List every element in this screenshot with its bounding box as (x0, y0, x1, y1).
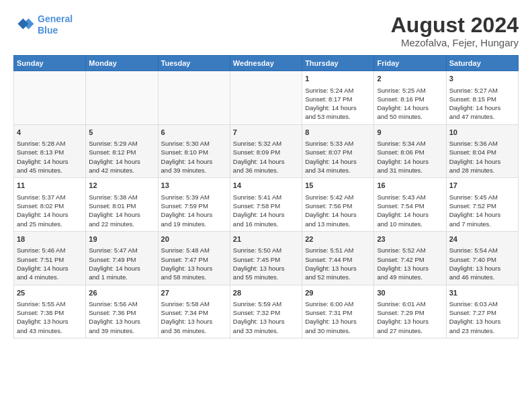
day-cell: 11Sunrise: 5:37 AMSunset: 8:02 PMDayligh… (14, 178, 86, 232)
day-cell: 6Sunrise: 5:30 AMSunset: 8:10 PMDaylight… (158, 124, 230, 178)
day-number: 5 (89, 128, 154, 138)
day-cell: 13Sunrise: 5:39 AMSunset: 7:59 PMDayligh… (158, 178, 230, 232)
day-info: Sunset: 7:59 PM (161, 201, 227, 210)
day-cell: 9Sunrise: 5:34 AMSunset: 8:06 PMDaylight… (374, 124, 446, 178)
day-cell: 21Sunrise: 5:50 AMSunset: 7:45 PMDayligh… (230, 231, 302, 285)
day-number: 11 (17, 181, 83, 191)
header: General Blue August 2024 Mezofalva, Feje… (13, 13, 519, 48)
day-info: Sunset: 8:07 PM (305, 148, 371, 156)
day-info: Sunrise: 5:29 AM (89, 139, 154, 148)
day-info: Sunrise: 5:47 AM (89, 246, 154, 255)
day-cell: 27Sunrise: 5:58 AMSunset: 7:34 PMDayligh… (158, 285, 230, 338)
page: General Blue August 2024 Mezofalva, Feje… (0, 0, 532, 411)
day-info: Sunrise: 5:59 AM (233, 300, 299, 308)
day-info: and 4 minutes. (17, 273, 83, 281)
day-info: Sunset: 8:16 PM (377, 95, 443, 103)
logo-blue: Blue (38, 25, 58, 36)
day-number: 22 (305, 234, 371, 244)
day-info: and 49 minutes. (377, 273, 443, 281)
day-cell (86, 71, 158, 125)
header-day-friday: Friday (374, 56, 446, 71)
day-info: Daylight: 13 hours (449, 317, 515, 326)
day-info: and 42 minutes. (89, 166, 154, 175)
day-info: Sunrise: 5:34 AM (377, 139, 443, 148)
header-day-monday: Monday (86, 56, 158, 71)
day-number: 20 (161, 234, 227, 244)
day-info: Daylight: 13 hours (161, 317, 227, 326)
day-info: Sunrise: 6:01 AM (377, 300, 443, 308)
day-cell: 12Sunrise: 5:38 AMSunset: 8:01 PMDayligh… (86, 178, 158, 232)
week-row-5: 25Sunrise: 5:55 AMSunset: 7:38 PMDayligh… (14, 285, 519, 338)
header-day-wednesday: Wednesday (230, 56, 302, 71)
day-info: Sunrise: 5:51 AM (305, 246, 371, 255)
day-info: Sunrise: 5:33 AM (305, 139, 371, 148)
week-row-1: 1Sunrise: 5:24 AMSunset: 8:17 PMDaylight… (14, 71, 519, 125)
day-cell: 24Sunrise: 5:54 AMSunset: 7:40 PMDayligh… (446, 231, 518, 285)
header-row: SundayMondayTuesdayWednesdayThursdayFrid… (14, 56, 519, 71)
day-info: Daylight: 14 hours (161, 157, 227, 166)
day-info: Sunrise: 5:45 AM (449, 193, 515, 201)
day-number: 16 (377, 181, 443, 191)
day-number: 27 (161, 288, 227, 298)
day-info: Sunset: 7:52 PM (449, 201, 515, 210)
day-info: Sunrise: 6:03 AM (449, 300, 515, 308)
day-info: and 31 minutes. (377, 166, 443, 175)
day-info: Sunset: 8:01 PM (89, 201, 154, 210)
day-cell: 26Sunrise: 5:56 AMSunset: 7:36 PMDayligh… (86, 285, 158, 338)
day-number: 4 (17, 128, 83, 138)
day-number: 12 (89, 181, 154, 191)
day-info: and 27 minutes. (377, 326, 443, 335)
day-info: Sunrise: 5:41 AM (233, 193, 299, 201)
day-info: Sunrise: 5:25 AM (377, 86, 443, 95)
day-info: Sunset: 8:02 PM (17, 201, 83, 210)
day-info: Sunset: 8:13 PM (17, 148, 83, 156)
header-day-tuesday: Tuesday (158, 56, 230, 71)
day-info: Daylight: 14 hours (89, 210, 154, 219)
subtitle: Mezofalva, Fejer, Hungary (391, 37, 519, 48)
day-info: Daylight: 13 hours (233, 264, 299, 273)
day-info: and 55 minutes. (233, 273, 299, 281)
day-info: Sunrise: 6:00 AM (305, 300, 371, 308)
day-info: and 52 minutes. (305, 273, 371, 281)
day-info: and 36 minutes. (161, 326, 227, 335)
day-number: 26 (89, 288, 154, 298)
day-info: and 23 minutes. (449, 326, 515, 335)
day-info: and 30 minutes. (305, 326, 371, 335)
day-info: and 39 minutes. (89, 326, 154, 335)
calendar-table: SundayMondayTuesdayWednesdayThursdayFrid… (13, 55, 519, 338)
day-info: Sunset: 7:51 PM (17, 255, 83, 264)
day-cell (14, 71, 86, 125)
day-info: and 13 minutes. (305, 220, 371, 228)
day-info: Sunset: 7:38 PM (17, 308, 83, 317)
day-cell: 7Sunrise: 5:32 AMSunset: 8:09 PMDaylight… (230, 124, 302, 178)
day-number: 1 (305, 74, 371, 84)
day-cell: 4Sunrise: 5:28 AMSunset: 8:13 PMDaylight… (14, 124, 86, 178)
day-info: Daylight: 13 hours (377, 317, 443, 326)
day-info: Sunset: 7:54 PM (377, 201, 443, 210)
day-cell: 18Sunrise: 5:46 AMSunset: 7:51 PMDayligh… (14, 231, 86, 285)
day-info: and 1 minute. (89, 273, 154, 281)
day-info: Daylight: 13 hours (17, 317, 83, 326)
day-info: Sunset: 7:49 PM (89, 255, 154, 264)
day-number: 29 (305, 288, 371, 298)
day-info: Sunset: 7:34 PM (161, 308, 227, 317)
day-cell: 5Sunrise: 5:29 AMSunset: 8:12 PMDaylight… (86, 124, 158, 178)
day-info: Daylight: 14 hours (305, 157, 371, 166)
day-number: 17 (449, 181, 515, 191)
day-number: 13 (161, 181, 227, 191)
day-cell (230, 71, 302, 125)
day-info: Sunrise: 5:30 AM (161, 139, 227, 148)
day-info: Sunset: 7:27 PM (449, 308, 515, 317)
day-info: Sunset: 8:12 PM (89, 148, 154, 156)
day-info: Sunrise: 5:38 AM (89, 193, 154, 201)
day-number: 18 (17, 234, 83, 244)
day-info: Sunrise: 5:46 AM (17, 246, 83, 255)
logo-text: General Blue (38, 13, 73, 36)
day-info: Daylight: 14 hours (161, 210, 227, 219)
day-number: 30 (377, 288, 443, 298)
day-info: Daylight: 14 hours (449, 103, 515, 112)
day-info: and 53 minutes. (305, 112, 371, 121)
day-info: Sunset: 7:58 PM (233, 201, 299, 210)
day-info: Daylight: 14 hours (305, 103, 371, 112)
header-day-thursday: Thursday (302, 56, 374, 71)
